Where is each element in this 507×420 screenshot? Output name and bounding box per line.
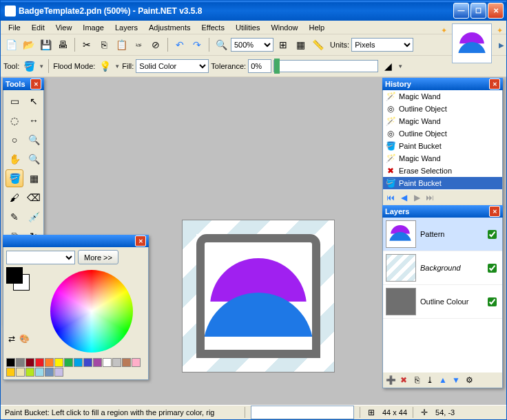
palette-icon[interactable]: 🎨 — [19, 333, 30, 344]
add-layer-icon[interactable]: ➕ — [385, 375, 396, 386]
history-item[interactable]: ◎Outline Object — [383, 127, 502, 140]
tool-8[interactable]: 🪣 — [6, 169, 23, 187]
menu-view[interactable]: View — [51, 22, 77, 33]
tool-0[interactable]: ▭ — [6, 92, 23, 110]
color-swatch[interactable] — [6, 358, 15, 367]
undo-icon[interactable]: ↶ — [172, 37, 187, 52]
tool-13[interactable]: 💉 — [25, 208, 43, 226]
color-swatch[interactable] — [45, 358, 54, 367]
tool-3[interactable]: ↔ — [25, 112, 43, 129]
tool-2[interactable]: ◌ — [6, 112, 23, 129]
cut-icon[interactable]: ✂ — [79, 37, 94, 52]
color-swatch[interactable] — [83, 358, 92, 367]
colors-panel[interactable]: ✕ More >> ⇄ 🎨 — [3, 235, 149, 380]
crop-icon[interactable]: ⎃ — [131, 37, 146, 52]
menu-adjustments[interactable]: Adjustments — [144, 22, 196, 33]
layer-visible-checkbox[interactable] — [488, 297, 497, 306]
menu-help[interactable]: Help — [304, 22, 330, 33]
color-swatch[interactable] — [54, 358, 63, 367]
doc-nav-chevron-icon[interactable]: ▶ — [499, 41, 504, 49]
minimize-button[interactable]: — — [453, 3, 469, 19]
color-mode-select[interactable] — [6, 251, 75, 264]
tool-1[interactable]: ↖ — [25, 92, 43, 110]
tool-12[interactable]: ✎ — [6, 208, 23, 226]
swap-colors-icon[interactable]: ⇄ — [6, 333, 17, 344]
merge-down-icon[interactable]: ⤓ — [424, 375, 435, 386]
move-down-icon[interactable]: ▼ — [451, 375, 462, 386]
menu-effects[interactable]: Effects — [197, 22, 229, 33]
color-swatch[interactable] — [122, 358, 131, 367]
history-back-icon[interactable]: ◀ — [398, 192, 409, 203]
color-swatch[interactable] — [112, 358, 121, 367]
save-icon[interactable]: 💾 — [38, 37, 53, 52]
close-button[interactable]: ✕ — [488, 3, 504, 19]
tool-10[interactable]: 🖌 — [6, 189, 23, 207]
color-swatch[interactable] — [74, 358, 83, 367]
menu-image[interactable]: Image — [78, 22, 109, 33]
color-swatch[interactable] — [64, 358, 73, 367]
layer-row[interactable]: Outline Colour — [383, 285, 502, 319]
maximize-button[interactable]: ☐ — [470, 3, 486, 19]
menu-file[interactable]: File — [3, 22, 25, 33]
star-new-icon[interactable]: ✦ — [441, 26, 447, 35]
tool-4[interactable]: ○ — [6, 131, 23, 149]
primary-color-swatch[interactable] — [6, 267, 23, 284]
new-icon[interactable]: 📄 — [3, 37, 19, 52]
history-panel[interactable]: History✕ 🪄Magic Wand◎Outline Object🪄Magi… — [382, 78, 503, 206]
history-item[interactable]: 🪄Magic Wand — [383, 115, 502, 127]
current-tool-icon[interactable]: 🪣 — [21, 59, 37, 74]
tool-9[interactable]: ▦ — [25, 169, 43, 187]
antialias-icon[interactable]: ◢ — [380, 59, 395, 74]
layers-close-icon[interactable]: ✕ — [489, 206, 500, 217]
history-item[interactable]: 🪄Magic Wand — [383, 90, 502, 103]
document-thumbnail[interactable] — [452, 23, 492, 63]
copy-icon[interactable]: ⎘ — [96, 37, 112, 52]
tool-11[interactable]: ⌫ — [25, 189, 43, 207]
color-swatch[interactable] — [54, 368, 63, 377]
layer-props-icon[interactable]: ⚙ — [464, 375, 475, 386]
menu-utilities[interactable]: Utilities — [231, 22, 265, 33]
menu-layers[interactable]: Layers — [110, 22, 143, 33]
fill-select[interactable]: Solid Color — [136, 59, 209, 73]
history-item[interactable]: ✖Erase Selection — [383, 165, 502, 177]
deselect-icon[interactable]: ⊘ — [148, 37, 163, 52]
color-swatch[interactable] — [25, 358, 34, 367]
history-close-icon[interactable]: ✕ — [489, 78, 500, 90]
colors-close-icon[interactable]: ✕ — [135, 235, 146, 246]
color-swatch[interactable] — [16, 358, 25, 367]
tolerance-slider[interactable] — [273, 60, 378, 72]
color-swatch[interactable] — [45, 368, 54, 377]
paste-icon[interactable]: 📋 — [114, 37, 129, 52]
history-item[interactable]: 🪣Paint Bucket — [383, 177, 502, 189]
history-last-icon[interactable]: ⏭ — [424, 192, 435, 203]
ruler-icon[interactable]: 📏 — [310, 37, 325, 52]
color-swatch[interactable] — [132, 358, 141, 367]
titlebar[interactable]: BadgeTemplate2.pdn (500%) - Paint.NET v3… — [1, 1, 506, 21]
menu-window[interactable]: Window — [266, 22, 302, 33]
zoom-icon[interactable]: 🔍 — [214, 37, 229, 52]
tolerance-input[interactable] — [248, 59, 271, 73]
color-swatch[interactable] — [25, 368, 34, 377]
history-first-icon[interactable]: ⏮ — [385, 192, 396, 203]
color-swatch[interactable] — [35, 358, 44, 367]
more-button[interactable]: More >> — [78, 250, 118, 264]
layer-row[interactable]: Background — [383, 251, 502, 285]
layer-visible-checkbox[interactable] — [488, 230, 497, 239]
tool-6[interactable]: ✋ — [6, 150, 23, 168]
redo-icon[interactable]: ↷ — [189, 37, 205, 52]
print-icon[interactable]: 🖶 — [55, 37, 70, 52]
color-wheel[interactable] — [50, 270, 133, 353]
layer-visible-checkbox[interactable] — [488, 264, 497, 273]
color-swatch[interactable] — [35, 368, 44, 377]
tool-7[interactable]: 🔍 — [25, 150, 43, 168]
color-swatch[interactable] — [93, 358, 102, 367]
color-swatch[interactable] — [103, 358, 112, 367]
menu-edit[interactable]: Edit — [27, 22, 50, 33]
move-up-icon[interactable]: ▲ — [437, 375, 448, 386]
color-swatch[interactable] — [16, 368, 25, 377]
star-new-icon-2[interactable]: ✦ — [497, 26, 503, 35]
duplicate-layer-icon[interactable]: ⎘ — [411, 375, 422, 386]
document-canvas[interactable] — [183, 220, 334, 372]
history-item[interactable]: ◎Outline Object — [383, 103, 502, 115]
grid-icon[interactable]: ▦ — [293, 37, 308, 52]
